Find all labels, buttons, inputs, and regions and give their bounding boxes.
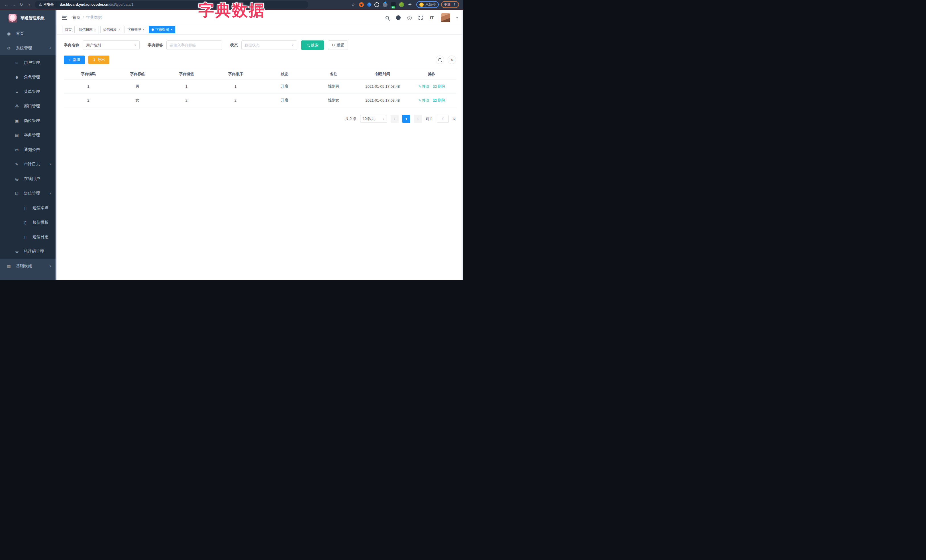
breadcrumb: 首页 / 字典数据	[73, 15, 102, 20]
github-icon[interactable]	[395, 15, 401, 21]
security-label[interactable]: 不安全	[44, 2, 54, 7]
profile-paused-chip[interactable]: 已暂停	[416, 1, 439, 8]
delete-link[interactable]: 删除	[433, 98, 445, 103]
sidebar-item-menus[interactable]: 菜单管理	[0, 84, 57, 99]
app-logo-row[interactable]: 芋道管理系统	[0, 10, 57, 26]
edit-link[interactable]: 修改	[418, 84, 430, 89]
update-button[interactable]: 更新 ⋮	[441, 1, 459, 8]
extension-check-icon[interactable]: ✓	[374, 2, 379, 7]
total-count: 共 2 条	[345, 116, 356, 121]
browser-menu-icon[interactable]: ⋮	[453, 3, 456, 6]
tab-home[interactable]: 首页	[62, 26, 75, 33]
toggle-search-button[interactable]	[436, 56, 444, 64]
status-label: 状态	[230, 43, 238, 48]
hamburger-icon[interactable]	[62, 16, 67, 20]
next-page-button[interactable]	[414, 115, 422, 123]
address-bar[interactable]: ⚠ 不安全 dashboard.yudao.iocoder.cn /dict/t…	[35, 1, 308, 9]
url-host[interactable]: dashboard.yudao.iocoder.cn	[60, 3, 108, 6]
sidebar-item-audit-log[interactable]: 审计日志	[0, 157, 57, 172]
sidebar-item-sms[interactable]: 短信管理	[0, 186, 57, 201]
breadcrumb-current: 字典数据	[86, 15, 102, 20]
edit-link[interactable]: 修改	[418, 98, 430, 103]
dict-name-select[interactable]: 用户性别	[83, 41, 139, 50]
reset-button[interactable]: 重置	[328, 41, 348, 50]
avatar-caret-icon[interactable]	[456, 16, 458, 20]
extension-leaf-icon[interactable]	[399, 2, 404, 7]
sidebar-item-notice[interactable]: 通知公告	[0, 142, 57, 157]
tab-dict-data[interactable]: 字典数据	[149, 26, 175, 33]
fullscreen-icon[interactable]	[418, 15, 424, 21]
prev-page-button[interactable]	[390, 115, 399, 123]
search-button[interactable]: 搜索	[301, 41, 324, 50]
tab-sms-log[interactable]: 短信日志	[76, 26, 99, 33]
close-icon[interactable]	[170, 28, 172, 32]
online-users-icon	[14, 177, 20, 181]
tab-dict-manage[interactable]: 字典管理	[124, 26, 147, 33]
roles-icon	[14, 75, 20, 80]
sidebar-item-dict[interactable]: 字典管理	[0, 128, 57, 142]
status-text: 开启	[260, 94, 309, 107]
extension-gray-icon[interactable]	[383, 2, 387, 7]
table-toolbar: 新增 导出	[64, 56, 456, 64]
col-header: 字典排序	[211, 69, 260, 79]
sidebar-item-sms-template[interactable]: 短信模板	[0, 215, 57, 229]
paused-label: 已暂停	[425, 2, 436, 7]
sidebar-item-roles[interactable]: 角色管理	[0, 70, 57, 84]
sidebar-item-depts[interactable]: 部门管理	[0, 99, 57, 113]
font-size-icon[interactable]	[429, 15, 434, 21]
edit-icon	[418, 98, 421, 103]
screen: ← → ↻ ⌂ ⚠ 不安全 dashboard.yudao.iocoder.cn…	[0, 0, 463, 280]
close-icon[interactable]	[94, 28, 96, 32]
breadcrumb-home[interactable]: 首页	[73, 15, 80, 20]
back-icon[interactable]: ←	[3, 0, 10, 9]
url-path[interactable]: /dict/type/data/1	[108, 3, 133, 6]
dict-label-label: 字典标签	[148, 43, 163, 48]
overlay-annotation-title: 字典数据	[198, 0, 266, 21]
user-avatar[interactable]	[441, 13, 450, 22]
home-icon[interactable]: ⌂	[25, 0, 32, 9]
help-icon[interactable]	[407, 15, 412, 21]
dict-label-input-wrap	[166, 41, 222, 50]
user-icon	[14, 60, 20, 65]
extension-orange-icon[interactable]	[359, 2, 364, 7]
status-select[interactable]: 数据状态	[241, 41, 297, 50]
col-header: 状态	[260, 69, 309, 79]
chevron-down-icon	[292, 44, 294, 47]
sidebar-item-home[interactable]: 首页	[0, 26, 57, 41]
phone-icon	[22, 220, 29, 225]
extension-gem-icon[interactable]	[366, 2, 372, 7]
close-icon[interactable]	[118, 28, 120, 32]
tab-sms-template[interactable]: 短信模板	[100, 26, 123, 33]
current-page-button[interactable]: 1	[402, 115, 410, 123]
status-text: 开启	[260, 80, 309, 93]
close-icon[interactable]	[142, 28, 144, 32]
chevron-down-icon	[134, 44, 136, 47]
delete-link[interactable]: 删除	[433, 84, 445, 89]
reload-icon[interactable]: ↻	[18, 0, 25, 9]
add-button[interactable]: 新增	[64, 56, 85, 64]
sidebar-item-system[interactable]: 系统管理	[0, 41, 57, 55]
extension-switch-icon[interactable]: on	[391, 2, 396, 7]
sidebar-item-users[interactable]: 用户管理	[0, 55, 57, 70]
chevron-down-icon	[49, 264, 51, 267]
col-header: 创建时间	[358, 69, 407, 79]
extensions-puzzle-icon[interactable]: ✳	[407, 2, 412, 7]
forward-icon[interactable]: →	[10, 0, 18, 9]
export-button[interactable]: 导出	[88, 56, 109, 64]
refresh-table-button[interactable]	[448, 56, 456, 64]
sidebar-item-sms-channel[interactable]: 短信渠道	[0, 201, 57, 215]
search-icon[interactable]	[384, 15, 390, 21]
sidebar-item-posts[interactable]: 岗位管理	[0, 113, 57, 128]
window-scrollbar[interactable]	[461, 10, 463, 280]
sms-shield-icon	[14, 191, 20, 196]
dict-label-input[interactable]	[170, 43, 219, 47]
sidebar-item-sms-log[interactable]: 短信日志	[0, 229, 57, 244]
infrastructure-icon	[6, 264, 12, 268]
sidebar-item-online-users[interactable]: 在线用户	[0, 172, 57, 186]
bookmark-star-icon[interactable]: ☆	[351, 2, 355, 7]
gear-icon	[6, 46, 12, 50]
sidebar-item-error-code[interactable]: 错误码管理	[0, 244, 57, 259]
sidebar-item-infra[interactable]: 基础设施	[0, 259, 57, 273]
goto-page-input[interactable]	[437, 115, 449, 123]
page-size-select[interactable]: 10条/页	[360, 115, 387, 123]
